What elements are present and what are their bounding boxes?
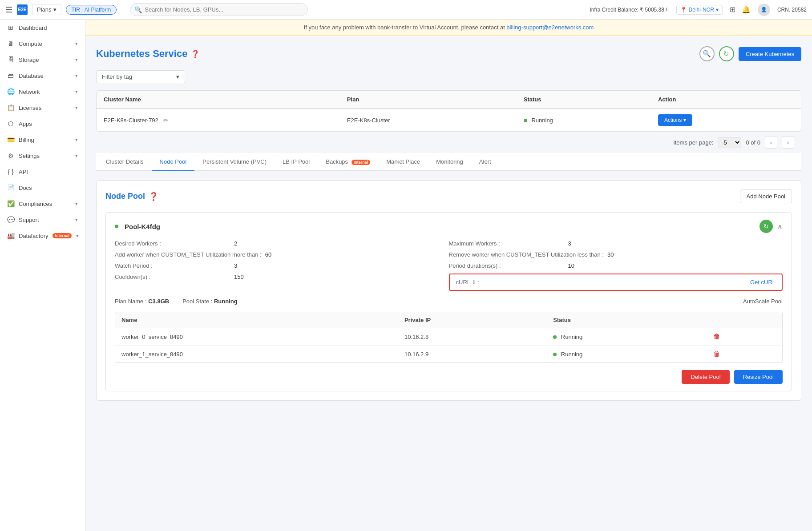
bell-icon[interactable]: 🔔	[742, 5, 751, 14]
nav-right: Infra Credit Balance: ₹ 5005.38 /- 📍 Del…	[590, 4, 807, 16]
location-icon: 📍	[680, 7, 687, 13]
plans-dropdown[interactable]: Plans ▾	[32, 4, 61, 15]
add-node-pool-button[interactable]: Add Node Pool	[740, 189, 792, 203]
sidebar: ⊞ Dashboard 🖥 Compute ▾ 🗄 Storage ▾ 🗃 Da…	[0, 20, 85, 531]
per-page-select[interactable]: 5 10 25	[718, 137, 741, 148]
tab-lb-ip-pool[interactable]: LB IP Pool	[275, 153, 318, 171]
section-title: Node Pool ❓	[105, 192, 158, 201]
sidebar-item-support[interactable]: 💬 Support ▾	[0, 212, 85, 228]
pool-name: Pool-K4fdg	[115, 223, 160, 230]
chevron-down-icon: ▾	[716, 7, 719, 13]
period-durations-row: Period durations(s) : 10	[449, 262, 783, 269]
plan-cell: E2E-K8s-Cluster	[340, 109, 517, 131]
compliances-icon: ✅	[7, 200, 14, 207]
curl-label: cURL ℹ :	[456, 279, 480, 286]
layout: ⊞ Dashboard 🖥 Compute ▾ 🗄 Storage ▾ 🗃 Da…	[0, 20, 812, 531]
sidebar-item-licenses[interactable]: 📋 Licenses ▾	[0, 100, 85, 116]
sidebar-item-compliances[interactable]: ✅ Compliances ▾	[0, 196, 85, 212]
col-status: Status	[517, 91, 651, 109]
avatar[interactable]: 👤	[758, 4, 770, 16]
collapse-icon[interactable]: ∧	[777, 222, 783, 231]
region-selector[interactable]: 📍 Delhi-NCR ▾	[676, 5, 723, 15]
help-icon[interactable]: ❓	[191, 50, 200, 58]
tab-backups[interactable]: Backups Internal	[318, 153, 378, 171]
cluster-table: Cluster Name Plan Status Action E2E-K8s-…	[96, 90, 801, 132]
tab-cluster-details[interactable]: Cluster Details	[98, 153, 152, 171]
col-worker-name: Name	[115, 312, 398, 328]
chevron-icon: ▾	[75, 73, 78, 79]
worker-status-cell: Running	[547, 328, 707, 346]
worker-row: worker_0_service_8490 10.16.2.8 Running …	[115, 328, 782, 346]
top-nav: ☰ E2E Plans ▾ TIR - AI Platform 🔍 Infra …	[0, 0, 812, 20]
tab-marketplace[interactable]: Market Place	[378, 153, 428, 171]
dashboard-icon: ⊞	[7, 24, 14, 31]
resize-pool-button[interactable]: Resize Pool	[734, 370, 783, 384]
worker-name-cell: worker_0_service_8490	[115, 328, 398, 346]
get-curl-button[interactable]: Get cURL	[750, 279, 776, 286]
col-action: Action	[651, 91, 801, 109]
help-icon[interactable]: ❓	[149, 192, 158, 201]
logo-icon: E2E	[17, 4, 28, 15]
edit-icon[interactable]: ✏	[163, 117, 168, 124]
col-private-ip: Private IP	[398, 312, 547, 328]
plan-name-label: Plan Name : C3.8GB	[115, 298, 169, 305]
tab-alert[interactable]: Alert	[471, 153, 499, 171]
prev-page-button[interactable]: ‹	[765, 136, 777, 149]
col-cluster-name: Cluster Name	[97, 91, 340, 109]
table-header-row: Cluster Name Plan Status Action	[97, 91, 801, 109]
sidebar-item-docs[interactable]: 📄 Docs	[0, 180, 85, 196]
worker-delete-cell: 🗑	[707, 328, 782, 346]
sidebar-item-api[interactable]: { } API	[0, 164, 85, 180]
curl-info-icon[interactable]: ℹ	[473, 279, 475, 286]
pool-refresh-button[interactable]: ↻	[759, 220, 773, 233]
chevron-icon: ▾	[75, 57, 78, 63]
section-header: Node Pool ❓ Add Node Pool	[105, 189, 792, 203]
worker-status-dot	[553, 335, 557, 339]
sidebar-item-storage[interactable]: 🗄 Storage ▾	[0, 52, 85, 68]
sidebar-item-billing[interactable]: 💳 Billing ▾	[0, 132, 85, 148]
refresh-button[interactable]: ↻	[719, 46, 734, 61]
add-worker-row: Add worker when CUSTOM_TEST Utilization …	[115, 251, 449, 258]
platform-tab[interactable]: TIR - AI Platform	[66, 5, 117, 15]
grid-icon[interactable]: ⊞	[730, 5, 735, 14]
delete-pool-button[interactable]: Delete Pool	[682, 370, 729, 384]
sidebar-item-database[interactable]: 🗃 Database ▾	[0, 68, 85, 84]
sidebar-item-dashboard[interactable]: ⊞ Dashboard	[0, 20, 85, 36]
network-icon: 🌐	[7, 88, 14, 95]
tab-node-pool[interactable]: Node Pool	[152, 153, 195, 171]
settings-icon: ⚙	[7, 152, 14, 159]
autoscale-label: AutoScale Pool	[743, 298, 783, 305]
delete-worker-icon[interactable]: 🗑	[713, 333, 720, 340]
actions-button[interactable]: Actions ▾	[658, 114, 692, 126]
pool-card-header: Pool-K4fdg ↻ ∧	[115, 220, 783, 233]
search-button[interactable]: 🔍	[699, 46, 715, 61]
billing-support-link[interactable]: billing-support@e2enetworks.com	[506, 24, 594, 31]
sidebar-item-compute[interactable]: 🖥 Compute ▾	[0, 36, 85, 52]
workers-table-wrap: Name Private IP Status worker_0_service_…	[115, 312, 783, 363]
search-icon: 🔍	[134, 6, 142, 13]
search-input[interactable]	[130, 3, 308, 16]
internal-badge: Internal	[53, 233, 72, 238]
filter-row: Filter by tag ▾	[96, 70, 801, 83]
next-page-button[interactable]: ›	[782, 136, 794, 149]
sidebar-item-datafactory[interactable]: 🏭 Datafactory Internal ▾	[0, 228, 85, 244]
sidebar-item-settings[interactable]: ⚙ Settings ▾	[0, 148, 85, 164]
storage-icon: 🗄	[7, 56, 14, 63]
header-actions: 🔍 ↻ Create Kubernetes	[699, 46, 801, 61]
create-kubernetes-button[interactable]: Create Kubernetes	[739, 47, 801, 61]
delete-worker-icon[interactable]: 🗑	[713, 350, 720, 358]
worker-status-dot	[553, 353, 557, 356]
chevron-down-icon: ▾	[53, 6, 57, 13]
filter-tag-dropdown[interactable]: Filter by tag ▾	[96, 70, 185, 83]
sidebar-item-apps[interactable]: ⬡ Apps	[0, 116, 85, 132]
worker-ip-cell: 10.16.2.8	[398, 328, 547, 346]
credit-balance: Infra Credit Balance: ₹ 5005.38 /-	[590, 7, 669, 13]
pool-header-actions: ↻ ∧	[759, 220, 783, 233]
tab-pvc[interactable]: Persistent Volume (PVC)	[194, 153, 275, 171]
tab-monitoring[interactable]: Monitoring	[428, 153, 471, 171]
chevron-icon: ▾	[75, 153, 78, 159]
hamburger-icon[interactable]: ☰	[5, 5, 12, 15]
sidebar-item-network[interactable]: 🌐 Network ▾	[0, 84, 85, 100]
col-worker-status: Status	[547, 312, 707, 328]
page-count: 0 of 0	[746, 139, 760, 146]
